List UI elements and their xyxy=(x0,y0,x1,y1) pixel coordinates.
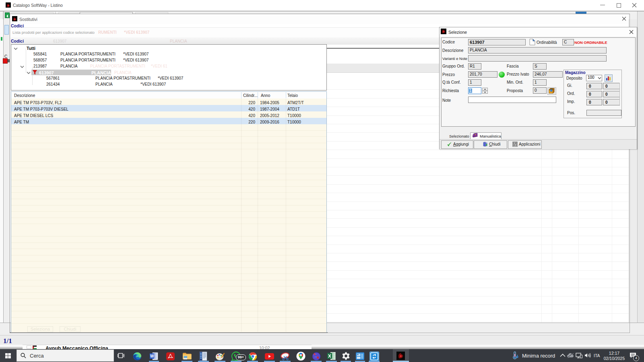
svg-text:W: W xyxy=(150,354,154,358)
